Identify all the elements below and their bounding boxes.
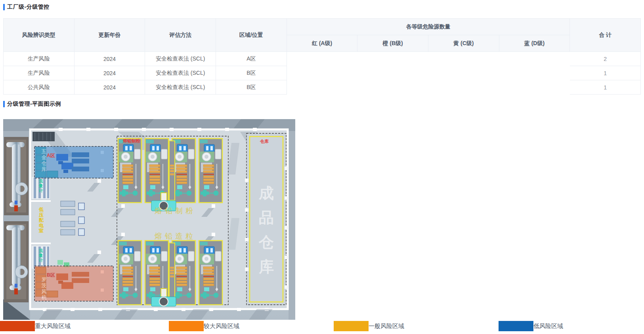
cell-method: 安全检查表法 (SCL) bbox=[145, 52, 216, 66]
legend-label: 低风险区域 bbox=[533, 321, 563, 331]
cell-yellow-count: 0 bbox=[428, 66, 499, 80]
floor-plan-image: 流量计 流量计 低压配电室 bbox=[3, 119, 295, 320]
legend-swatch-orange bbox=[169, 321, 204, 331]
table-row: 公共风险 2024 安全检查表法 (SCL) B区 1 0 0 0 1 bbox=[4, 80, 641, 95]
risk-legend: 重大风险区域 较大风险区域 一般风险区域 低风险区域 bbox=[0, 321, 644, 331]
section-title-text: 分级管理-平面图示例 bbox=[7, 101, 61, 108]
legend-label: 重大风险区域 bbox=[35, 321, 71, 331]
cell-type: 生产风险 bbox=[4, 66, 75, 80]
cell-red-count: 1 bbox=[287, 66, 357, 80]
zone-b-tag: B区 bbox=[47, 272, 55, 278]
cell-area: B区 bbox=[216, 66, 287, 80]
zone-b-room-label: 罗茨风机 bbox=[42, 277, 47, 300]
col-header-year: 更新年份 bbox=[74, 19, 145, 52]
low-voltage-room-label: 低压配电室 bbox=[38, 207, 44, 233]
cell-blue-count: 0 bbox=[499, 80, 570, 95]
cell-orange-count: 0 bbox=[357, 66, 428, 80]
cell-orange-count: 0 bbox=[357, 52, 428, 66]
cell-yellow-count: 0 bbox=[428, 80, 499, 95]
cell-area: B区 bbox=[216, 80, 287, 95]
legend-swatch-blue bbox=[499, 321, 533, 331]
col-header-total: 合 计 bbox=[570, 19, 641, 52]
vent-grille bbox=[32, 132, 55, 141]
zone-a-room-label: 五金仓库 bbox=[42, 148, 47, 172]
cell-year: 2024 bbox=[74, 52, 145, 66]
flow-meter-label: 流量计 bbox=[38, 178, 43, 193]
col-header-type: 风险辨识类型 bbox=[4, 19, 75, 52]
col-header-yellow: 黄 (C级) bbox=[428, 35, 499, 52]
cell-year: 2024 bbox=[74, 80, 145, 95]
legend-item-general-risk: 一般风险区域 bbox=[334, 321, 404, 331]
cell-type: 公共风险 bbox=[4, 80, 75, 95]
cell-red-count: 0 bbox=[287, 52, 357, 66]
flow-meter-room-2: 流量计 bbox=[32, 246, 50, 269]
cell-type: 生产风险 bbox=[4, 52, 75, 66]
melt-granulate-area-label: 熔铅造粒 bbox=[155, 232, 196, 240]
flow-meter-room-1: 流量计 bbox=[32, 177, 50, 199]
col-header-area: 区域/位置 bbox=[216, 19, 287, 52]
melt-powder-tag: 熔铅制粉 bbox=[122, 139, 140, 143]
col-header-method: 评估方法 bbox=[145, 19, 216, 52]
cell-year: 2024 bbox=[74, 66, 145, 80]
table-row: 生产风险 2024 安全检查表法 (SCL) B区 1 0 0 0 1 bbox=[4, 66, 641, 80]
col-header-orange: 橙 (B级) bbox=[357, 35, 428, 52]
risk-table: 风险辨识类型 更新年份 评估方法 区域/位置 各等级危险源数量 合 计 红 (A… bbox=[3, 18, 641, 95]
section-title-plan: 分级管理-平面图示例 bbox=[3, 101, 61, 108]
cell-yellow-count: 0 bbox=[428, 52, 499, 66]
legend-label: 一般风险区域 bbox=[369, 321, 404, 331]
section-title-text: 工厂级-分级管控 bbox=[7, 4, 50, 11]
warehouse-tag: 仓库 bbox=[260, 139, 269, 144]
col-header-red: 红 (A级) bbox=[287, 35, 357, 52]
outdoor-equipment-bottom bbox=[4, 221, 29, 302]
cell-red-count: 1 bbox=[287, 80, 357, 95]
cell-area: A区 bbox=[216, 52, 287, 66]
section-title-factory: 工厂级-分级管控 bbox=[3, 4, 50, 11]
cell-method: 安全检查表法 (SCL) bbox=[145, 80, 216, 95]
cell-total: 1 bbox=[570, 80, 641, 95]
legend-swatch-red bbox=[0, 321, 35, 331]
col-header-group: 各等级危险源数量 bbox=[287, 19, 570, 35]
legend-item-low-risk: 低风险区域 bbox=[499, 321, 563, 331]
cell-total: 2 bbox=[570, 52, 641, 66]
zone-a-tag: A区 bbox=[47, 153, 55, 158]
title-accent-bar bbox=[3, 4, 5, 10]
outdoor-equipment-top bbox=[4, 137, 29, 215]
flow-meter-label: 流量计 bbox=[38, 248, 43, 262]
cell-method: 安全检查表法 (SCL) bbox=[145, 66, 216, 80]
legend-item-larger-risk: 较大风险区域 bbox=[169, 321, 239, 331]
table-row: 生产风险 2024 安全检查表法 (SCL) A区 0 0 0 2 2 bbox=[4, 52, 641, 66]
title-accent-bar bbox=[3, 101, 5, 107]
melt-powder-area-label: 熔铅制粉 bbox=[155, 207, 196, 215]
cell-total: 1 bbox=[570, 66, 641, 80]
col-header-blue: 蓝 (D级) bbox=[499, 35, 570, 52]
cell-orange-count: 0 bbox=[357, 80, 428, 95]
cell-blue-count: 2 bbox=[499, 52, 570, 66]
legend-swatch-yellow bbox=[334, 321, 369, 331]
cell-blue-count: 0 bbox=[499, 66, 570, 80]
legend-label: 较大风险区域 bbox=[204, 321, 239, 331]
table-header-row-1: 风险辨识类型 更新年份 评估方法 区域/位置 各等级危险源数量 合 计 bbox=[4, 19, 641, 35]
legend-item-major-risk: 重大风险区域 bbox=[0, 321, 71, 331]
